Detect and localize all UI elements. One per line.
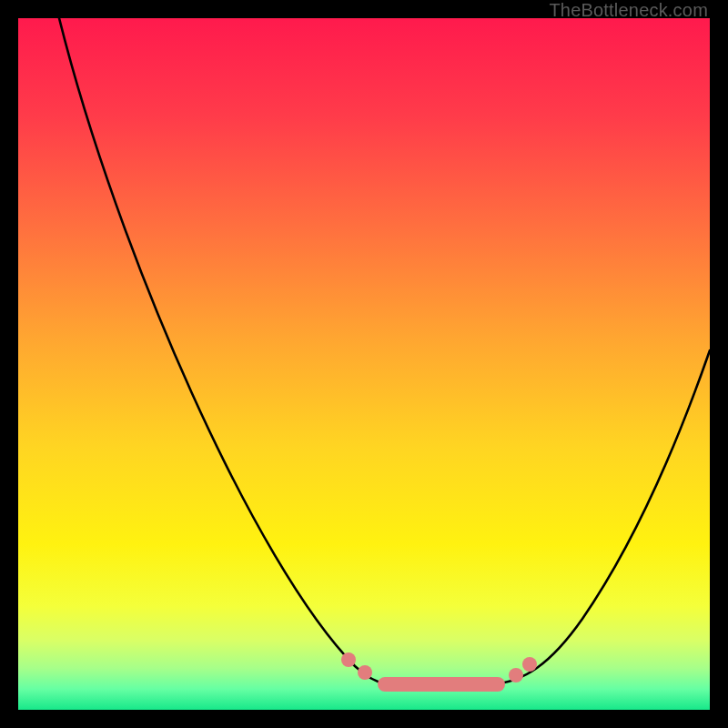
svg-point-5 (522, 657, 537, 672)
chart-frame: TheBottleneck.com (0, 0, 728, 728)
plot-area (18, 18, 710, 710)
watermark: TheBottleneck.com (549, 0, 708, 21)
svg-rect-3 (378, 677, 505, 692)
bottleneck-curve (18, 18, 710, 710)
svg-point-1 (341, 652, 356, 667)
svg-point-4 (509, 668, 523, 682)
trough-markers (341, 652, 537, 692)
svg-point-2 (358, 665, 372, 680)
